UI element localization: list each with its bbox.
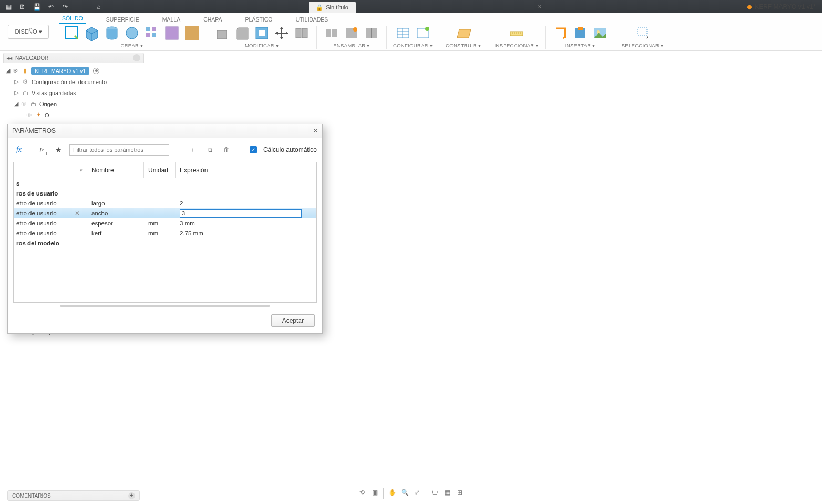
orbit-icon[interactable]: ⟲: [357, 487, 367, 498]
table-header: ▾ Nombre Unidad Expresión: [14, 162, 316, 178]
joint-icon[interactable]: [323, 25, 340, 42]
collapse-arrow-icon[interactable]: ◂◂: [7, 55, 12, 61]
spacer: [73, 2, 91, 12]
param-expr-input[interactable]: [180, 209, 302, 218]
fx-user-icon[interactable]: fx: [36, 144, 47, 156]
plane-icon[interactable]: [455, 25, 472, 42]
fillet-icon[interactable]: [233, 25, 250, 42]
header-unit[interactable]: Unidad: [144, 162, 176, 178]
param-row-ancho[interactable]: etro de usuario✕ ancho: [14, 208, 316, 218]
shell-icon[interactable]: [253, 25, 270, 42]
param-row-kerf[interactable]: etro de usuario kerf mm 2.75 mm: [14, 228, 316, 238]
box-icon[interactable]: [84, 25, 100, 42]
accept-button[interactable]: Aceptar: [271, 314, 315, 327]
root-label: KERF MARYO v1 v1: [31, 67, 89, 75]
filter-input[interactable]: [69, 144, 169, 156]
svg-rect-5: [146, 33, 150, 37]
expand-icon[interactable]: ▷: [14, 89, 19, 96]
copy-icon[interactable]: ⧉: [204, 144, 215, 156]
delete-icon[interactable]: 🗑: [221, 144, 232, 156]
joint-origin-icon[interactable]: [363, 25, 380, 42]
lock-icon: 🔒: [316, 4, 323, 11]
close-icon[interactable]: ×: [313, 126, 318, 136]
svg-rect-15: [332, 29, 337, 37]
config-params-icon[interactable]: [415, 25, 431, 42]
visibility-icon[interactable]: 👁: [13, 68, 18, 74]
expand-icon[interactable]: ▷: [14, 78, 19, 85]
cylinder-icon[interactable]: [104, 25, 120, 42]
visibility-icon[interactable]: 👁: [21, 101, 27, 107]
header-name[interactable]: Nombre: [87, 162, 144, 178]
insert-derive-icon[interactable]: [552, 25, 569, 42]
separator: [30, 145, 30, 155]
insert-decal-icon[interactable]: [572, 25, 589, 42]
comments-panel[interactable]: COMENTARIOS +: [7, 490, 140, 501]
new-file-icon[interactable]: 🗎: [16, 2, 29, 12]
tab-plastico[interactable]: PLÁSTICO: [242, 15, 276, 24]
browser-collapse-icon[interactable]: –: [133, 54, 140, 61]
zoom-icon[interactable]: 🔍: [399, 487, 410, 498]
redo-icon[interactable]: ↷: [59, 2, 71, 12]
tab-superficie[interactable]: SUPERFICIE: [103, 15, 142, 24]
measure-icon[interactable]: [508, 25, 525, 42]
header-expr[interactable]: Expresión: [176, 162, 316, 178]
section-user[interactable]: ros de usuario: [14, 188, 316, 198]
document-tab[interactable]: 🔒 Sin título: [309, 2, 356, 13]
tree-item-origin[interactable]: ◢ 👁 🗀 Origen: [4, 98, 143, 109]
section-model[interactable]: ros del modelo: [14, 238, 316, 248]
move-icon[interactable]: [273, 25, 290, 42]
display-settings-icon[interactable]: 🖵: [429, 487, 440, 498]
tree-item-config[interactable]: ▷ ⚙ Configuración del documento: [4, 76, 143, 87]
sphere-icon[interactable]: [124, 25, 140, 42]
viewport-icon[interactable]: ⊞: [455, 487, 465, 498]
tree-item-views[interactable]: ▷ 🗀 Vistas guardadas: [4, 87, 143, 98]
param-row-largo[interactable]: etro de usuario largo 2: [14, 198, 316, 208]
derive-icon[interactable]: [163, 25, 180, 42]
horizontal-scrollbar[interactable]: [13, 303, 317, 308]
expand-icon[interactable]: ◢: [14, 100, 19, 107]
save-icon[interactable]: 💾: [30, 2, 43, 12]
sketch-icon[interactable]: [64, 25, 80, 42]
expand-icon[interactable]: ◢: [5, 67, 11, 74]
config-table-icon[interactable]: [395, 25, 412, 42]
grid-settings-icon[interactable]: ▦: [442, 487, 453, 498]
favorite-icon[interactable]: ★: [53, 144, 64, 156]
param-row-espesor[interactable]: etro de usuario espesor mm 3 mm: [14, 218, 316, 228]
align-icon[interactable]: [293, 25, 310, 42]
visibility-icon[interactable]: 👁: [26, 112, 32, 118]
lookAt-icon[interactable]: ▣: [369, 487, 380, 498]
tab-malla[interactable]: MALLA: [159, 15, 183, 24]
dialog-titlebar[interactable]: PARÁMETROS ×: [8, 124, 322, 138]
insert-canvas-icon[interactable]: [592, 25, 609, 42]
texture-icon[interactable]: [183, 25, 200, 42]
select-icon[interactable]: [634, 25, 651, 42]
section-s[interactable]: s: [14, 178, 316, 188]
asbuilt-joint-icon[interactable]: [343, 25, 360, 42]
browser-header[interactable]: ◂◂ NAVEGADOR –: [3, 53, 144, 63]
tree-item-origin-o[interactable]: 👁 ✦ O: [4, 109, 143, 120]
fit-icon[interactable]: ⤢: [412, 487, 423, 498]
header-blank[interactable]: ▾: [14, 162, 87, 178]
tree-root[interactable]: ◢ 👁 ▮ KERF MARYO v1 v1: [4, 65, 143, 76]
tab-close-icon[interactable]: ×: [535, 3, 545, 11]
add-parameter-icon[interactable]: ＋: [187, 144, 199, 156]
model-part[interactable]: [368, 169, 704, 453]
undo-icon[interactable]: ↶: [45, 2, 57, 12]
add-comment-icon[interactable]: +: [128, 492, 135, 499]
presspull-icon[interactable]: [213, 25, 230, 42]
pan-icon[interactable]: ✋: [387, 487, 397, 498]
group-ensamblar: ENSAMBLAR ▾: [318, 24, 385, 50]
delete-row-icon[interactable]: ✕: [75, 210, 80, 217]
home-icon[interactable]: ⌂: [93, 2, 105, 12]
fx-icon[interactable]: fx: [13, 144, 25, 156]
secondary-document-tab[interactable]: ◆ KERF MARYO v1 v1*: [747, 3, 816, 11]
tab-utilidades[interactable]: UTILIDADES: [292, 15, 331, 24]
workspace-switcher[interactable]: DISEÑO ▾: [3, 15, 54, 49]
pattern-icon[interactable]: [143, 25, 160, 42]
record-icon[interactable]: [93, 68, 99, 74]
app-menu-icon[interactable]: ▦: [2, 2, 15, 12]
autocalc-checkbox[interactable]: ✓: [250, 146, 257, 153]
tab-solido[interactable]: SÓLIDO: [59, 14, 86, 24]
viewcube-face-icon[interactable]: ☻: [789, 214, 801, 228]
tab-chapa[interactable]: CHAPA: [200, 15, 225, 24]
